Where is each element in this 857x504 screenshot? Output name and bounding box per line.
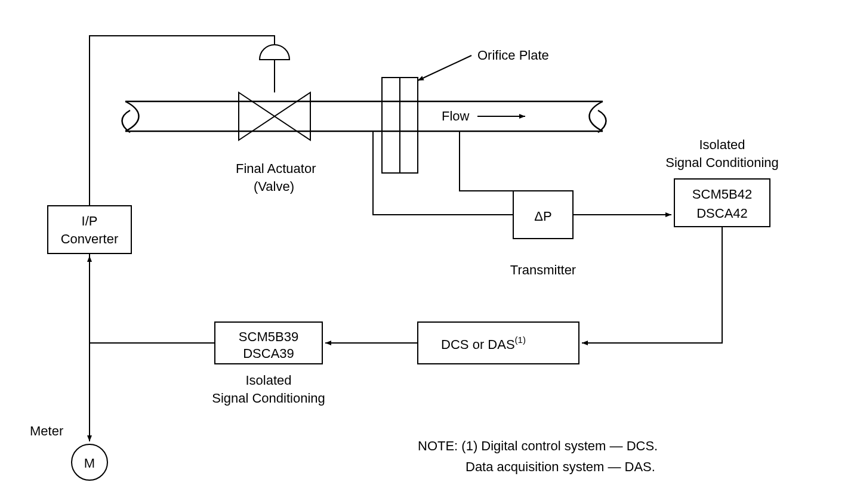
isc-right-label-1: Isolated: [699, 137, 745, 152]
note-line-1: NOTE: (1) Digital control system — DCS.: [418, 438, 658, 453]
dcs-das-text: DCS or DAS(1): [441, 335, 526, 352]
ip-converter-text-1: I/P: [82, 214, 98, 228]
pipe: [122, 101, 606, 132]
note-line-2: Data acquisition system — DAS.: [466, 459, 655, 474]
line-sc39-to-ip: [90, 253, 215, 343]
final-actuator-label-2: (Valve): [254, 179, 294, 194]
actuator-dome: [260, 45, 289, 92]
ip-to-actuator-line: [90, 36, 275, 206]
isc-left-label-1: Isolated: [245, 373, 291, 388]
dsca42-text: DSCA42: [696, 206, 748, 221]
orifice-plate-symbol: [382, 78, 418, 173]
dsca39-text: DSCA39: [243, 346, 294, 361]
tap-downstream: [460, 131, 543, 191]
meter-label: Meter: [30, 423, 63, 438]
svg-rect-3: [382, 78, 400, 173]
process-control-diagram: Orifice Plate Flow Final Actuator (Valve…: [0, 0, 857, 504]
orifice-plate-leader: [418, 55, 471, 81]
ip-converter-text-2: Converter: [61, 231, 119, 246]
final-actuator-label-1: Final Actuator: [236, 161, 316, 176]
orifice-plate-label: Orifice Plate: [477, 48, 549, 63]
flow-label: Flow: [442, 109, 470, 123]
valve-symbol: [239, 92, 310, 140]
deltap-text: ΔP: [534, 209, 551, 224]
meter-m-text: M: [84, 456, 95, 471]
transmitter-label: Transmitter: [510, 262, 576, 277]
svg-rect-4: [400, 78, 418, 173]
arrow-sc42-to-dcs: [582, 227, 722, 343]
isc-right-label-2: Signal Conditioning: [665, 155, 779, 170]
isc-left-label-2: Signal Conditioning: [212, 391, 325, 406]
scm5b39-text: SCM5B39: [239, 329, 298, 344]
ip-converter-box: [48, 206, 131, 253]
scm5b42-text: SCM5B42: [692, 187, 752, 202]
